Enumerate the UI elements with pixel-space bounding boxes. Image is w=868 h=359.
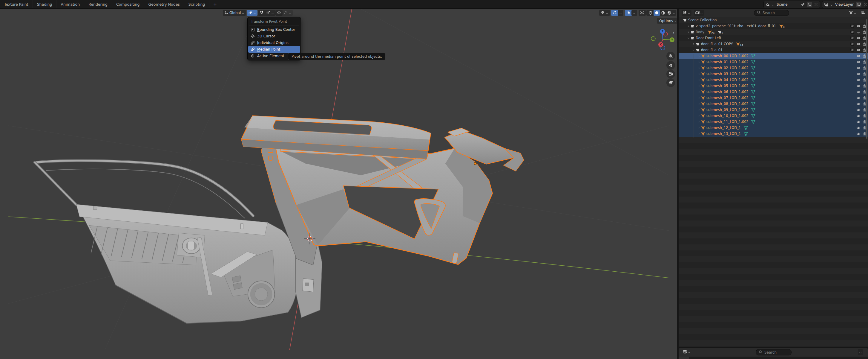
gizmo-axis-y[interactable]: Y: [670, 37, 675, 42]
properties-search-input[interactable]: [764, 350, 788, 355]
menu-item-bounding-box-center[interactable]: Bounding Box Center: [248, 26, 300, 33]
workspace-tab-shading[interactable]: Shading: [33, 0, 57, 8]
outliner-row-v-sport2-porsche-911turbo-ext01-door-fl-01[interactable]: v_sport2_porsche_911turbo__ext01_door_fl…: [679, 23, 868, 29]
outliner-row-submesh-08-lod-1-002[interactable]: submesh_08_LOD_1.002: [679, 101, 868, 107]
object-type-visibility-dropdown[interactable]: [599, 10, 610, 16]
pivot-point-dropdown[interactable]: [247, 10, 257, 16]
outliner-row-submesh-02-lod-1-002[interactable]: submesh_02_LOD_1.002: [679, 65, 868, 71]
overlays-dropdown[interactable]: [631, 10, 637, 16]
hide-in-viewport-icon[interactable]: [856, 90, 861, 94]
xray-toggle[interactable]: [639, 10, 646, 16]
scene-selector[interactable]: Scene: [764, 1, 820, 8]
workspace-tab-compositing[interactable]: Compositing: [112, 0, 144, 8]
workspace-tab-texture-paint[interactable]: Texture Paint: [0, 0, 33, 8]
hide-in-viewport-icon[interactable]: [856, 66, 861, 70]
zoom-button[interactable]: [666, 52, 675, 60]
options-button[interactable]: Options: [657, 18, 679, 24]
outliner-row-submesh-10-lod-1-002[interactable]: submesh_10_LOD_1.002: [679, 113, 868, 119]
exclude-checkbox[interactable]: [850, 24, 855, 28]
toggle-perspective-button[interactable]: [666, 78, 675, 87]
shading-rendered-button[interactable]: [666, 10, 672, 16]
outliner-search-input[interactable]: [763, 11, 786, 15]
snap-target-dropdown[interactable]: [265, 10, 275, 16]
hide-in-viewport-icon[interactable]: [856, 36, 861, 40]
exclude-checkbox[interactable]: [850, 48, 855, 52]
outliner-row-submesh-03-lod-1-002[interactable]: submesh_03_LOD_1.002: [679, 71, 868, 77]
outliner-row-submesh-11-lod-1-002[interactable]: submesh_11_LOD_1.002: [679, 119, 868, 125]
outliner-scrollbar[interactable]: [866, 19, 867, 139]
outliner-row-submesh-12-lod-1[interactable]: submesh_12_LOD_1: [679, 125, 868, 131]
show-overlays-toggle[interactable]: [625, 10, 632, 16]
outliner-row-submesh-00-lod-1-002[interactable]: submesh_00_LOD_1.002: [679, 53, 868, 59]
proportional-editing-button[interactable]: [275, 10, 283, 16]
properties-editor-type-button[interactable]: [682, 349, 691, 355]
hide-in-viewport-icon[interactable]: [856, 120, 861, 124]
outliner-display-mode-button[interactable]: [682, 10, 691, 16]
shading-solid-button[interactable]: [654, 10, 660, 16]
workspace-tab-rendering[interactable]: Rendering: [84, 0, 112, 8]
outliner-filter-mode-button[interactable]: [694, 10, 704, 16]
outliner-row-door-front-left[interactable]: Door Front Left: [679, 35, 868, 41]
outliner-row-door-fl-a-01-copy[interactable]: door_fl_a_01 COPY 14: [679, 41, 868, 47]
hide-in-viewport-icon[interactable]: [856, 114, 861, 118]
outliner-row-submesh-09-lod-1-002[interactable]: submesh_09_LOD_1.002: [679, 107, 868, 113]
menu-item-individual-origins[interactable]: Individual Origins: [248, 39, 300, 46]
hide-in-viewport-icon[interactable]: [856, 60, 861, 64]
transform-orientation-dropdown[interactable]: Global: [223, 10, 246, 16]
hide-in-viewport-icon[interactable]: [856, 42, 861, 46]
pan-hand-button[interactable]: [666, 61, 675, 70]
hide-in-viewport-icon[interactable]: [856, 132, 861, 136]
expand-arrow-icon[interactable]: [686, 25, 690, 28]
exclude-checkbox[interactable]: [850, 36, 855, 40]
proportional-falloff-dropdown[interactable]: [282, 10, 293, 16]
outliner-search[interactable]: [754, 10, 789, 16]
viewport-3d[interactable]: ‹: [0, 9, 677, 359]
workspace-tab-scripting[interactable]: Scripting: [184, 0, 210, 8]
hide-in-viewport-icon[interactable]: [856, 72, 861, 76]
new-collection-button[interactable]: [860, 10, 866, 16]
hide-in-viewport-icon[interactable]: [856, 96, 861, 100]
gizmo-axis-z[interactable]: Z: [660, 29, 665, 34]
show-gizmo-toggle[interactable]: [611, 10, 618, 16]
gizmo-dropdown[interactable]: [618, 10, 623, 16]
menu-item-median-point[interactable]: Median Point: [248, 46, 300, 53]
outliner-row-scene-collection[interactable]: Scene Collection: [679, 17, 868, 23]
hide-in-viewport-icon[interactable]: [856, 126, 861, 130]
workspace-tab-animation[interactable]: Animation: [57, 0, 84, 8]
outliner-row-body[interactable]: Body 24 2: [679, 29, 868, 35]
hide-in-viewport-icon[interactable]: [856, 24, 861, 28]
shading-mode-group[interactable]: [646, 10, 676, 16]
outliner-filter-button[interactable]: [848, 10, 858, 16]
gizmo-axis-x[interactable]: X: [658, 42, 663, 47]
outliner-row-submesh-04-lod-1-002[interactable]: submesh_04_LOD_1.002: [679, 77, 868, 83]
shading-wireframe-button[interactable]: [647, 10, 654, 16]
menu-item-3d-cursor[interactable]: 3D Cursor: [248, 33, 300, 39]
shading-material-button[interactable]: [660, 10, 666, 16]
gizmo-axis-neg-y[interactable]: [651, 36, 655, 41]
workspace-tab-geometry-nodes[interactable]: Geometry Nodes: [144, 0, 184, 8]
outliner-row-door-fl-a-01[interactable]: door_fl_a_01: [679, 47, 868, 53]
outliner-row-submesh-06-lod-1-002[interactable]: submesh_06_LOD_1.002: [679, 89, 868, 95]
hide-in-viewport-icon[interactable]: [856, 108, 861, 112]
viewlayer-selector[interactable]: ViewLayer: [822, 1, 866, 8]
hide-in-viewport-icon[interactable]: [856, 102, 861, 106]
hide-in-viewport-icon[interactable]: [856, 84, 861, 88]
collapse-arrow-icon[interactable]: [692, 49, 695, 52]
hide-in-viewport-icon[interactable]: [856, 54, 861, 58]
camera-view-button[interactable]: [666, 70, 675, 78]
pin-icon[interactable]: [800, 2, 806, 7]
exclude-checkbox[interactable]: [850, 30, 855, 34]
outliner-row-submesh-13-lod-1[interactable]: submesh_13_LOD_1: [679, 131, 868, 137]
exclude-checkbox[interactable]: [850, 42, 855, 46]
expand-arrow-icon[interactable]: [686, 31, 690, 33]
snap-toggle-button[interactable]: [258, 10, 265, 16]
properties-nav-tab[interactable]: [679, 357, 689, 359]
properties-options-button[interactable]: [858, 349, 863, 355]
outliner-row-submesh-01-lod-1-002[interactable]: submesh_01_LOD_1.002: [679, 59, 868, 65]
expand-arrow-icon[interactable]: [692, 43, 695, 46]
hide-in-viewport-icon[interactable]: [856, 30, 861, 34]
properties-search[interactable]: [756, 349, 792, 355]
outliner-row-submesh-07-lod-1-002[interactable]: submesh_07_LOD_1.002: [679, 95, 868, 101]
hide-in-viewport-icon[interactable]: [856, 48, 861, 52]
collapse-arrow-icon[interactable]: [686, 37, 690, 39]
